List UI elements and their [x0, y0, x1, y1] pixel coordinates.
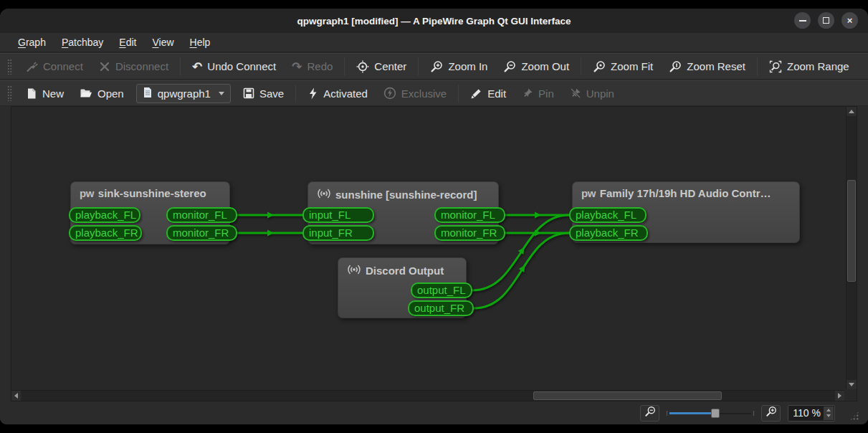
slider-fill	[669, 412, 711, 414]
toolbar-separator	[180, 57, 181, 75]
toolbar-separator	[757, 57, 758, 75]
port-monitor-fr[interactable]: monitor_FR	[434, 225, 505, 241]
port-output-fr[interactable]: output_FR	[408, 300, 474, 316]
activated-button[interactable]: Activated	[300, 82, 376, 104]
redo-button[interactable]: ↷ Redo	[284, 56, 340, 77]
arrow-right-icon	[838, 393, 841, 399]
node-title: sink-sunshine-stereo	[98, 187, 206, 199]
minimize-icon	[799, 20, 806, 22]
menu-patchbay[interactable]: Patchbay	[55, 34, 110, 50]
maximize-button[interactable]	[818, 12, 834, 29]
window-resize-grip[interactable]	[849, 411, 859, 421]
toolbar-separator	[458, 85, 459, 103]
minimize-button[interactable]	[794, 12, 811, 29]
zoom-out-button[interactable]: Zoom Out	[495, 56, 577, 77]
open-button[interactable]: Open	[72, 82, 132, 104]
pin-button[interactable]: Pin	[514, 82, 562, 104]
toolbar-drag-handle[interactable]	[7, 85, 12, 101]
zoom-range-button[interactable]: Zoom Range	[761, 56, 857, 77]
toolbar-separator	[295, 85, 296, 103]
port-monitor-fr[interactable]: monitor_FR	[166, 225, 237, 241]
unpin-icon	[570, 87, 581, 99]
port-monitor-fl[interactable]: monitor_FL	[166, 207, 237, 223]
port-playback-fl[interactable]: playback_FL	[569, 207, 647, 223]
arrow-left-icon	[14, 393, 18, 399]
scroll-left-button[interactable]	[11, 391, 21, 401]
edit-button[interactable]: Edit	[462, 82, 514, 104]
menu-help[interactable]: Help	[183, 34, 217, 50]
port-monitor-fl[interactable]: monitor_FL	[434, 207, 505, 223]
zoom-reset-button[interactable]: Zoom Reset	[661, 56, 753, 77]
spin-down-icon[interactable]	[826, 414, 831, 417]
statusbar-zoom-out-button[interactable]	[640, 405, 659, 422]
arrow-up-icon	[849, 110, 854, 113]
app-window: qpwgraph1 [modified] — A PipeWire Graph …	[0, 9, 868, 424]
spin-up-icon[interactable]	[826, 409, 831, 411]
statusbar-zoom-in-button[interactable]	[761, 405, 781, 422]
port-playback-fr[interactable]: playback_FR	[569, 225, 648, 241]
save-button[interactable]: Save	[235, 82, 292, 104]
stream-icon	[347, 263, 361, 278]
bolt-circle-icon	[383, 87, 396, 100]
toolbar-separator	[581, 57, 581, 75]
titlebar[interactable]: qpwgraph1 [modified] — A PipeWire Graph …	[0, 9, 868, 33]
bolt-icon	[307, 87, 318, 100]
scroll-up-button[interactable]	[846, 107, 857, 116]
vertical-scroll-thumb[interactable]	[847, 180, 856, 282]
menu-edit[interactable]: Edit	[113, 34, 143, 50]
new-file-icon	[26, 87, 37, 100]
toolbar-drag-handle[interactable]	[7, 59, 12, 75]
zoom-out-icon	[644, 406, 656, 420]
close-icon: ×	[847, 16, 853, 25]
slider-handle[interactable]	[711, 409, 720, 418]
zoom-fit-button[interactable]: Zoom Fit	[585, 56, 661, 77]
menubar: Graph Patchbay Edit View Help	[0, 33, 868, 52]
horizontal-scroll-thumb[interactable]	[533, 391, 722, 400]
toolbar-separator	[418, 57, 419, 75]
node-title: Discord Output	[366, 265, 444, 277]
close-button[interactable]: ×	[841, 12, 858, 29]
zoom-in-icon	[766, 406, 777, 420]
undo-connect-button[interactable]: ↶ Undo Connect	[184, 56, 284, 77]
desktop-background: qpwgraph1 [modified] — A PipeWire Graph …	[0, 0, 868, 433]
window-title: qpwgraph1 [modified] — A PipeWire Graph …	[297, 16, 571, 27]
scroll-right-button[interactable]	[835, 391, 844, 401]
port-input-fr[interactable]: input_FR	[302, 225, 374, 241]
node-title: sunshine [sunshine-record]	[335, 189, 477, 201]
zoom-in-button[interactable]: Zoom In	[422, 56, 495, 77]
menu-view[interactable]: View	[146, 34, 180, 50]
port-playback-fr[interactable]: playback_FR	[69, 225, 142, 241]
zoom-reset-icon	[669, 60, 682, 73]
wire-arrow-icon	[535, 212, 541, 219]
slider-tick	[753, 411, 754, 416]
patchbay-file-combo[interactable]: qpwgraph1	[136, 84, 231, 103]
connect-icon	[26, 60, 38, 72]
connect-button[interactable]: Connect	[18, 56, 91, 77]
zoom-value-spinbox[interactable]: 110 %	[788, 405, 835, 422]
window-controls: ×	[794, 12, 858, 29]
center-button[interactable]: Center	[348, 56, 414, 77]
exclusive-button[interactable]: Exclusive	[376, 82, 454, 104]
toolbar-patchbay: New Open qpwgraph1 Save Activated	[0, 80, 868, 106]
disconnect-button[interactable]: Disconnect	[91, 56, 176, 77]
horizontal-scrollbar[interactable]	[11, 390, 844, 401]
arrow-down-icon	[849, 383, 854, 386]
vertical-scrollbar[interactable]	[846, 107, 857, 389]
pipewire-icon: pw	[581, 187, 596, 199]
zoom-fit-icon	[593, 60, 606, 73]
wire-arrow-icon	[267, 230, 274, 237]
node-title: Family 17h/19h HD Audio Contr…	[600, 187, 771, 199]
statusbar: 110 %	[0, 401, 868, 424]
port-playback-fl[interactable]: playback_FL	[69, 207, 140, 223]
toolbar-graph: Connect Disconnect ↶ Undo Connect ↷ Redo…	[0, 53, 868, 80]
menu-graph[interactable]: Graph	[11, 34, 52, 50]
port-output-fl[interactable]: output_FL	[411, 282, 472, 298]
graph-canvas[interactable]: pw sink-sunshine-stereo playback_FL play…	[11, 106, 857, 401]
new-button[interactable]: New	[18, 82, 72, 104]
port-input-fl[interactable]: input_FL	[302, 207, 374, 223]
scroll-down-button[interactable]	[846, 380, 857, 389]
zoom-value: 110 %	[793, 407, 821, 419]
undo-icon: ↶	[192, 61, 202, 72]
unpin-button[interactable]: Unpin	[562, 82, 622, 104]
zoom-slider[interactable]	[667, 406, 754, 419]
